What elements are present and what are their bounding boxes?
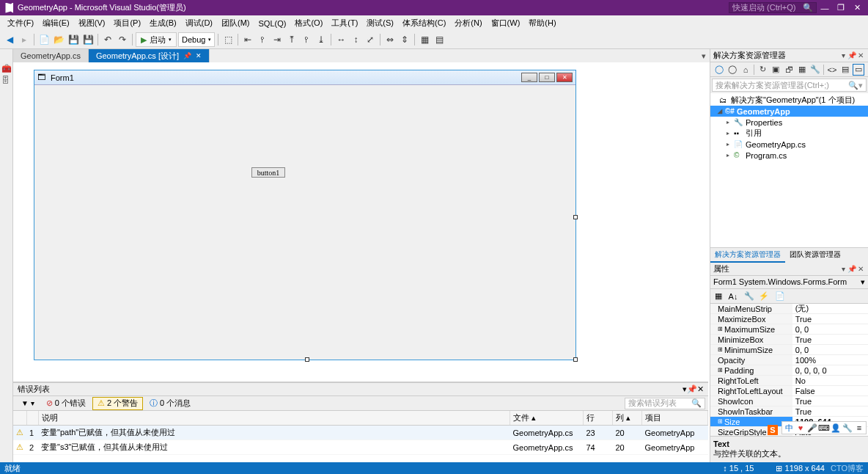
align-center-button[interactable]: ⫯ <box>256 32 269 47</box>
vspacing-button[interactable]: ⇕ <box>398 32 411 47</box>
error-search-input[interactable]: 搜索错误列表🔍 <box>625 398 705 409</box>
align-bottom-button[interactable]: ⤓ <box>315 32 328 47</box>
hspacing-button[interactable]: ⇔ <box>383 32 397 47</box>
open-button[interactable]: 📂 <box>52 32 65 47</box>
quick-launch-input[interactable]: 快速启动 (Ctrl+Q) 🔍 <box>729 2 817 13</box>
align-top-button[interactable]: ⤒ <box>285 32 298 47</box>
size-both-button[interactable]: ⤢ <box>364 32 377 47</box>
tab-solution-explorer[interactable]: 解决方案资源管理器 <box>710 248 785 263</box>
property-row[interactable]: ShowIconTrue <box>710 396 868 406</box>
menu-item[interactable]: 编辑(E) <box>38 18 74 29</box>
size-height-button[interactable]: ↕ <box>349 32 362 47</box>
sogou-icon[interactable]: S <box>768 425 778 435</box>
undo-button[interactable]: ↶ <box>101 32 114 47</box>
collapse-icon[interactable]: ▣ <box>770 64 781 76</box>
menu-item[interactable]: 调试(D) <box>181 18 217 29</box>
file-geometryapp[interactable]: ▸📄GeometryApp.cs <box>710 139 868 150</box>
align-left-button[interactable]: ⇤ <box>241 32 254 47</box>
menu-item[interactable]: 格式(O) <box>290 18 327 29</box>
props-icon[interactable]: 🔧 <box>809 64 821 76</box>
home-icon[interactable]: ⌂ <box>740 64 751 76</box>
file-program[interactable]: ▸©Program.cs <box>710 150 868 161</box>
menu-item[interactable]: 帮助(H) <box>524 18 560 29</box>
menu-item[interactable]: 团队(M) <box>217 18 254 29</box>
panel-close-icon[interactable]: ✕ <box>856 265 865 273</box>
property-row[interactable]: MinimizeBoxTrue <box>710 335 868 345</box>
properties-object[interactable]: Form1 System.Windows.Forms.Form ▾ <box>710 276 868 289</box>
categorized-icon[interactable]: ▦ <box>712 290 725 303</box>
property-row[interactable]: ⊞ MaximumSize0, 0 <box>710 324 868 335</box>
solution-tree[interactable]: 🗂解决方案"GeometryApp"(1 个项目) ◢©#GeometryApp… <box>710 93 868 247</box>
panel-close-icon[interactable]: ✕ <box>856 51 865 59</box>
document-tab[interactable]: GeometryApp.cs [设计]📌✕ <box>89 49 210 62</box>
new-project-button[interactable]: 📄 <box>37 32 51 47</box>
close-icon[interactable]: ✕ <box>849 0 865 15</box>
menu-item[interactable]: 体系结构(C) <box>398 18 450 29</box>
properties-node[interactable]: ▸🔧Properties <box>710 117 868 128</box>
datasource-tab-icon[interactable]: 🗄 <box>1 76 12 86</box>
pin-icon[interactable]: 📌 <box>847 265 856 273</box>
tab-overflow-button[interactable]: ▾ <box>698 49 710 62</box>
pin-icon[interactable]: 📌 <box>687 384 697 394</box>
toolbox-tab-icon[interactable]: 🧰 <box>1 64 12 74</box>
menu-item[interactable]: SQL(Q) <box>254 19 291 28</box>
property-row[interactable]: ShowInTaskbarTrue <box>710 406 868 417</box>
menu-item[interactable]: 窗口(W) <box>487 18 525 29</box>
alphabetical-icon[interactable]: A↓ <box>727 290 740 303</box>
menu-item[interactable]: 项目(P) <box>109 18 145 29</box>
viewdesigner-icon[interactable]: ▭ <box>853 64 864 76</box>
panel-close-icon[interactable]: ✕ <box>697 384 704 394</box>
layout-button[interactable]: ⬚ <box>221 32 235 47</box>
save-all-button[interactable]: 💾 <box>81 32 95 47</box>
property-row[interactable]: Opacity100% <box>710 355 868 365</box>
save-button[interactable]: 💾 <box>67 32 80 47</box>
back-icon[interactable]: ◯ <box>713 64 725 76</box>
messages-filter[interactable]: ⓘ0 个消息 <box>144 397 196 410</box>
project-node[interactable]: ◢©#GeometryApp <box>710 106 868 117</box>
close-icon[interactable]: ✕ <box>196 52 202 59</box>
error-row[interactable]: ⚠2变量"s3"已赋值，但其值从未使用过GeometryApp.cs7420Ge… <box>13 440 708 455</box>
nav-forward-button[interactable]: ▸ <box>18 32 31 47</box>
align-right-button[interactable]: ⇥ <box>271 32 284 47</box>
showall-icon[interactable]: ▦ <box>796 64 808 76</box>
properties-grid[interactable]: MainMenuStrip(无)MaximizeBoxTrue⊞ Maximum… <box>710 304 868 436</box>
viewcode-icon[interactable]: <> <box>826 64 838 76</box>
ime-floating-toolbar[interactable]: S 中♥🎤⌨👤🔧≡ <box>781 421 867 434</box>
form-designer[interactable]: 🗔 Form1 _ □ ✕ button1 <box>34 70 576 360</box>
config-combo[interactable]: Debug ▾ <box>178 32 215 47</box>
refresh-icon[interactable]: ↻ <box>757 64 768 76</box>
menu-item[interactable]: 生成(B) <box>145 18 181 29</box>
references-node[interactable]: ▸▪▪引用 <box>710 128 868 139</box>
sync-icon[interactable]: 🗗 <box>783 64 795 76</box>
redo-button[interactable]: ↷ <box>116 32 129 47</box>
property-row[interactable]: RightToLeftNo <box>710 376 868 386</box>
error-table[interactable]: 说明文件 ▴行列 ▴项目 ⚠1变量"path"已赋值，但其值从未使用过Geome… <box>13 411 708 455</box>
size-width-button[interactable]: ↔ <box>334 32 347 47</box>
restore-icon[interactable]: ❐ <box>833 0 849 15</box>
minimize-icon[interactable]: — <box>817 0 833 15</box>
propertypages-icon[interactable]: 📄 <box>773 290 787 303</box>
solution-search-input[interactable]: 搜索解决方案资源管理器(Ctrl+;) 🔍▾ <box>712 79 867 92</box>
pin-icon[interactable]: 📌 <box>183 52 191 59</box>
solution-root[interactable]: 🗂解决方案"GeometryApp"(1 个项目) <box>710 95 868 106</box>
panel-options-icon[interactable]: ▾ <box>839 51 847 59</box>
button1-control[interactable]: button1 <box>251 167 285 178</box>
property-row[interactable]: ⊞ MinimumSize0, 0 <box>710 345 868 355</box>
fwd-icon[interactable]: ◯ <box>727 64 738 76</box>
events-icon[interactable]: ⚡ <box>757 290 770 303</box>
property-row[interactable]: MaximizeBoxTrue <box>710 314 868 324</box>
menu-item[interactable]: 工具(T) <box>327 18 362 29</box>
warnings-filter[interactable]: ⚠2 个警告 <box>92 397 143 410</box>
menu-item[interactable]: 视图(V) <box>74 18 110 29</box>
preview-icon[interactable]: ▤ <box>839 64 851 76</box>
errors-filter[interactable]: ⊘0 个错误 <box>41 397 91 410</box>
panel-options-icon[interactable]: ▾ <box>839 265 847 273</box>
props-icon[interactable]: 🔧 <box>743 290 756 303</box>
error-row[interactable]: ⚠1变量"path"已赋值，但其值从未使用过GeometryApp.cs2320… <box>13 426 708 440</box>
bring-front-button[interactable]: ▦ <box>418 32 431 47</box>
start-button[interactable]: ▶ 启动 ▾ <box>136 32 177 47</box>
property-row[interactable]: RightToLeftLayoutFalse <box>710 386 868 396</box>
form-minimize-icon[interactable]: _ <box>521 73 537 82</box>
menu-item[interactable]: 分析(N) <box>450 18 486 29</box>
filter-dropdown[interactable]: ▼ ▾ <box>16 397 40 410</box>
